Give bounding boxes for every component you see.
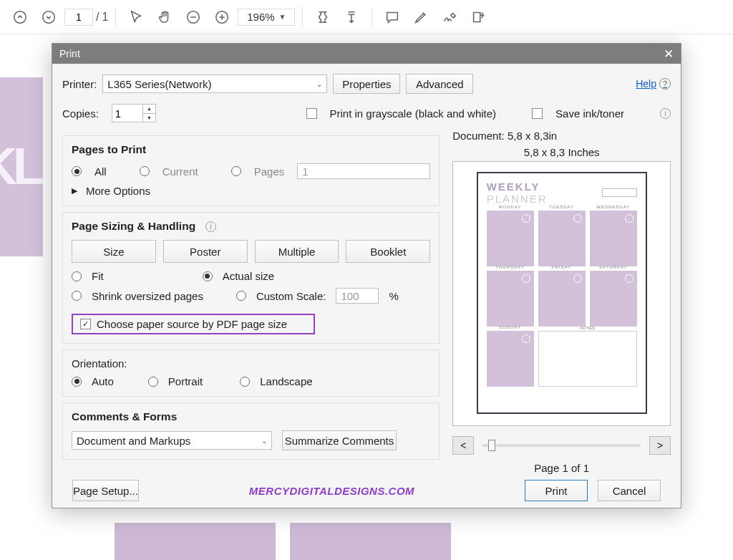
size-button[interactable]: Size — [72, 240, 156, 263]
orientation-panel: Orientation: Auto Portrait Landscape — [62, 349, 440, 397]
main-toolbar: / 1 196%▼ — [0, 0, 733, 34]
info-icon[interactable]: i — [205, 221, 216, 232]
close-icon[interactable]: ✕ — [664, 47, 674, 62]
saveink-checkbox[interactable] — [532, 108, 543, 119]
fit-radio[interactable] — [72, 271, 82, 281]
choose-paper-checkbox[interactable]: ✓ — [80, 319, 91, 329]
all-radio[interactable] — [72, 166, 82, 176]
page-of-label: Page 1 of 1 — [452, 462, 671, 474]
print-dialog: Print ✕ Printer: L365 Series(Network)⌄ P… — [52, 43, 681, 508]
summarize-button[interactable]: Summarize Comments — [282, 430, 397, 450]
comments-panel: Comments & Forms Document and Markups⌄ S… — [62, 402, 440, 460]
sign-icon[interactable] — [437, 4, 462, 30]
next-preview-button[interactable]: > — [649, 436, 671, 455]
portrait-radio[interactable] — [148, 377, 158, 387]
grayscale-checkbox[interactable] — [306, 108, 317, 119]
watermark: MERCYDIGITALDESIGNS.COM — [249, 485, 414, 497]
preview-slider[interactable] — [482, 444, 641, 447]
properties-button[interactable]: Properties — [333, 74, 400, 94]
zoom-select[interactable]: 196%▼ — [238, 9, 295, 26]
svg-point-1 — [43, 11, 55, 23]
pages-range-input[interactable] — [297, 163, 430, 179]
auto-radio[interactable] — [72, 377, 82, 387]
hand-tool-icon[interactable] — [152, 4, 178, 30]
pages-radio[interactable] — [231, 166, 241, 176]
fit-width-icon[interactable] — [310, 4, 336, 30]
page-setup-button[interactable]: Page Setup... — [72, 480, 139, 501]
highlight-icon[interactable] — [408, 4, 434, 30]
next-page-icon[interactable] — [36, 4, 62, 30]
zoom-out-icon[interactable] — [180, 4, 206, 30]
cancel-button[interactable]: Cancel — [598, 480, 661, 501]
grayscale-label: Print in grayscale (black and white) — [330, 107, 497, 120]
page-sep: / — [96, 11, 99, 24]
dialog-title: Print — [59, 48, 80, 59]
dialog-titlebar: Print ✕ — [52, 44, 681, 64]
saveink-label: Save ink/toner — [555, 107, 624, 120]
prev-page-icon[interactable] — [7, 4, 33, 30]
pages-to-print-panel: Pages to Print All Current Pages ▶ More … — [62, 135, 440, 206]
landscape-radio[interactable] — [240, 377, 250, 387]
print-button[interactable]: Print — [525, 480, 588, 501]
actual-radio[interactable] — [203, 271, 213, 281]
more-options-toggle[interactable]: More Options — [86, 185, 150, 197]
printer-select[interactable]: L365 Series(Network)⌄ — [102, 74, 327, 93]
shrink-radio[interactable] — [72, 291, 82, 301]
sizing-panel: Page Sizing & Handling i Size Poster Mul… — [62, 212, 440, 344]
multiple-button[interactable]: Multiple — [255, 240, 339, 263]
preview-size-label: 5,8 x 8,3 Inches — [452, 146, 671, 158]
svg-point-0 — [14, 11, 26, 23]
booklet-button[interactable]: Booklet — [346, 240, 430, 263]
copies-stepper[interactable]: ▲▼ — [112, 104, 156, 122]
custom-scale-input[interactable] — [336, 288, 379, 304]
comments-select[interactable]: Document and Markups⌄ — [72, 431, 272, 450]
highlighted-option: ✓ Choose paper source by PDF page size — [72, 314, 315, 334]
help-link[interactable]: Help? — [636, 78, 671, 90]
pages-to-print-heading: Pages to Print — [72, 143, 430, 156]
page-number-input[interactable] — [64, 9, 93, 26]
fit-page-icon[interactable] — [339, 4, 364, 30]
rotate-icon[interactable] — [465, 4, 491, 30]
copies-label: Copies: — [62, 107, 99, 120]
prev-preview-button[interactable]: < — [452, 436, 474, 455]
print-preview: WEEKLY PLANNER MONDAY TUESDAY WEDNESDAY … — [452, 161, 671, 426]
advanced-button[interactable]: Advanced — [406, 74, 473, 94]
zoom-in-icon[interactable] — [209, 4, 235, 30]
page-total: 1 — [102, 11, 108, 24]
select-tool-icon[interactable] — [123, 4, 149, 30]
doc-size-label: Document: 5,8 x 8,3in — [452, 130, 671, 142]
printer-label: Printer: — [62, 78, 97, 90]
custom-radio[interactable] — [236, 291, 246, 301]
comment-icon[interactable] — [379, 4, 405, 30]
info-icon[interactable]: i — [660, 108, 671, 119]
poster-button[interactable]: Poster — [163, 240, 248, 263]
current-radio[interactable] — [140, 166, 150, 176]
